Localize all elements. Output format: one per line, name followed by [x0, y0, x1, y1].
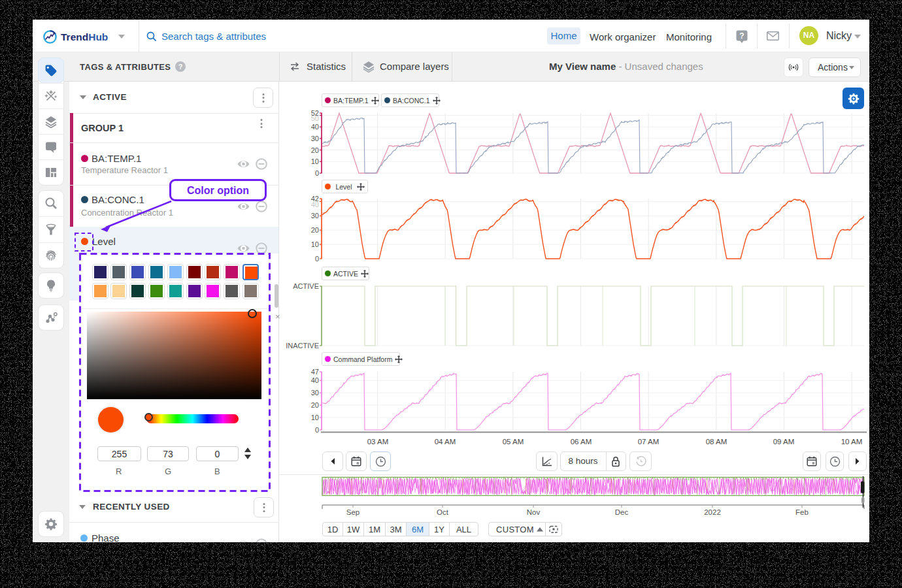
svg-text:?: ?: [739, 31, 744, 41]
